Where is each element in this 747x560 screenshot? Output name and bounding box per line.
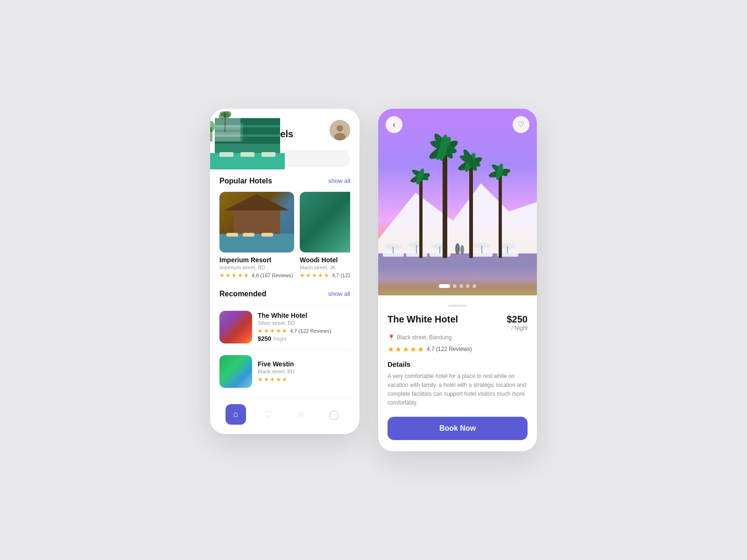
recommended-show-all[interactable]: show all xyxy=(328,290,350,297)
detail-price-amount: $250 xyxy=(507,314,528,324)
svg-point-1 xyxy=(337,125,343,132)
rec-img-white-hotel xyxy=(219,311,252,343)
hotel-card-name-0: Imperium Resort xyxy=(219,256,294,264)
back-icon: ‹ xyxy=(393,120,395,129)
profile-icon: ◯ xyxy=(329,409,339,420)
hotel-card-stars-0: ★★★★★ 4,8 (167 Reviews) xyxy=(219,272,294,279)
phone-left: Hi Alex Find Your Hotels 🔍 Search Hotel … xyxy=(210,109,359,434)
detail-rating-text: 4,7 (122 Reviews) xyxy=(427,346,472,352)
popular-hotel-card-1[interactable]: Woodi Hotel Marin street, JK ★★★★★ 4,7 (… xyxy=(300,192,350,279)
recommended-section-header: Recomended show all xyxy=(219,290,350,298)
recommended-list: The White Hotel Silver street, BD ★★★★★ … xyxy=(219,305,350,393)
phone-right: ‹ ♡ The White Hotel $250 / Ni xyxy=(378,109,537,452)
book-now-button[interactable]: Book Now xyxy=(388,417,528,440)
hotel-card-addr-0: Imperium street, BD xyxy=(219,265,294,270)
recommended-title: Recomended xyxy=(219,290,266,298)
svg-rect-66 xyxy=(499,169,502,258)
hero-background xyxy=(378,109,537,295)
favorite-button[interactable]: ♡ xyxy=(513,116,529,133)
svg-point-2 xyxy=(334,133,345,140)
svg-rect-8 xyxy=(243,233,254,237)
hotel-card-img-woodi xyxy=(300,192,350,252)
svg-rect-41 xyxy=(393,246,394,253)
hotel-detail-panel: The White Hotel $250 / Night 📍 Black str… xyxy=(378,295,537,452)
svg-rect-34 xyxy=(378,253,537,295)
detail-price: $250 / Night xyxy=(507,314,528,331)
dot-4[interactable] xyxy=(466,284,470,288)
svg-rect-47 xyxy=(481,245,482,253)
detail-stars: ★ ★ ★ ★ ★ 4,7 (122 Reviews) xyxy=(388,345,528,354)
rec-addr-0: Silver street, BD xyxy=(258,320,350,326)
detail-address: Black street, Bandung xyxy=(397,334,451,341)
dot-3[interactable] xyxy=(459,284,463,288)
rec-price-0: $250 /Night xyxy=(258,335,350,342)
popular-section-header: Popular Hotels show all xyxy=(219,177,350,185)
hotel-card-name-1: Woodi Hotel xyxy=(300,256,350,264)
rec-addr-1: Black street, BD xyxy=(258,369,350,374)
nav-profile[interactable]: ◯ xyxy=(324,404,344,425)
hotel-card-rating-1: 4,7 (122 xyxy=(332,273,350,278)
rec-item-0[interactable]: The White Hotel Silver street, BD ★★★★★ … xyxy=(219,305,350,349)
dot-2[interactable] xyxy=(453,284,457,288)
detail-description: A very comfortable hotel for a place to … xyxy=(388,372,528,408)
detail-price-night: / Night xyxy=(507,325,528,331)
hotel-card-addr-1: Marin street, JK xyxy=(300,265,350,270)
svg-rect-62 xyxy=(419,174,423,258)
nav-chat[interactable]: ○ xyxy=(291,404,311,425)
svg-rect-9 xyxy=(261,233,273,237)
svg-rect-43 xyxy=(416,245,417,253)
svg-rect-50 xyxy=(443,146,447,258)
avatar[interactable] xyxy=(330,120,350,140)
back-button[interactable]: ‹ xyxy=(386,116,402,133)
home-icon: ⌂ xyxy=(233,409,239,419)
popular-title: Popular Hotels xyxy=(219,177,272,185)
svg-point-70 xyxy=(455,243,460,254)
rec-name-1: Five Westin xyxy=(258,360,350,368)
rec-stars-0: ★★★★★ 4,7 (122 Reviews) xyxy=(258,328,350,334)
chat-icon: ○ xyxy=(298,409,304,420)
detail-hotel-name: The White Hotel xyxy=(388,314,458,325)
svg-rect-7 xyxy=(226,233,238,237)
popular-hotel-card-0[interactable]: Imperium Resort Imperium street, BD ★★★★… xyxy=(219,192,294,279)
dot-5[interactable] xyxy=(472,284,476,288)
rec-img-five-westin xyxy=(219,355,252,388)
hotel-hero: ‹ ♡ xyxy=(378,109,537,295)
detail-header: The White Hotel $250 / Night xyxy=(388,314,528,331)
detail-section-title: Details xyxy=(388,360,528,368)
hotel-card-stars-1: ★★★★★ 4,7 (122 xyxy=(300,272,350,279)
svg-rect-45 xyxy=(439,246,440,253)
carousel-dots xyxy=(439,284,476,288)
heart-icon: ♡ xyxy=(264,409,273,420)
svg-rect-57 xyxy=(469,160,473,258)
svg-rect-49 xyxy=(507,246,508,253)
bottom-nav: ⌂ ♡ ○ ◯ xyxy=(219,397,350,434)
rec-name-0: The White Hotel xyxy=(258,312,350,319)
location-icon: 📍 xyxy=(388,334,395,341)
nav-favorite[interactable]: ♡ xyxy=(258,404,279,425)
rec-item-1[interactable]: Five Westin Black street, BD ★★★★★ xyxy=(219,349,350,393)
svg-marker-5 xyxy=(224,194,289,210)
hotel-card-img-imperium xyxy=(219,192,294,252)
rec-info-0: The White Hotel Silver street, BD ★★★★★ … xyxy=(258,312,350,342)
detail-location: 📍 Black street, Bandung xyxy=(388,334,528,341)
drag-handle xyxy=(448,305,467,307)
heart-outline-icon: ♡ xyxy=(518,120,524,129)
popular-hotels-list: Imperium Resort Imperium street, BD ★★★★… xyxy=(219,192,350,279)
popular-show-all[interactable]: show all xyxy=(328,177,350,184)
svg-point-71 xyxy=(460,245,464,254)
dot-1[interactable] xyxy=(439,284,450,288)
hotel-card-rating-0: 4,8 (167 Reviews) xyxy=(252,273,293,278)
rec-info-1: Five Westin Black street, BD ★★★★★ xyxy=(258,360,350,383)
nav-home[interactable]: ⌂ xyxy=(226,404,246,425)
rec-stars-1: ★★★★★ xyxy=(258,376,350,383)
